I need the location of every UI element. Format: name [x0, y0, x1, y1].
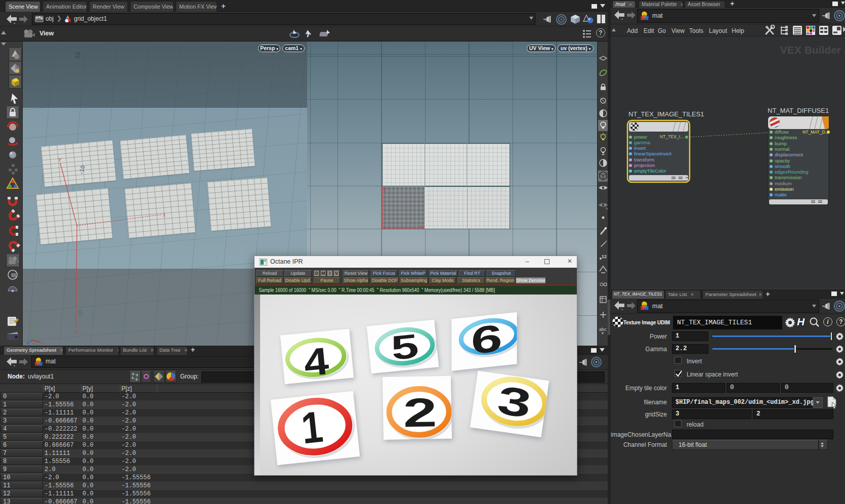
svg-text:abc: abc	[599, 327, 607, 332]
svg-text:Y: Y	[30, 326, 33, 331]
svg-text:Y: Y	[58, 157, 62, 163]
svg-text:x: x	[41, 340, 44, 345]
svg-text:10: 10	[73, 51, 82, 60]
svg-text:z: z	[74, 328, 77, 334]
svg-text:3: 3	[495, 377, 534, 426]
svg-text:2: 2	[403, 390, 437, 436]
svg-text:4: 4	[302, 339, 331, 384]
svg-text:12: 12	[602, 254, 607, 259]
svg-text:-10: -10	[77, 164, 87, 175]
svg-text:5: 5	[78, 309, 83, 318]
svg-text:6: 6	[471, 316, 502, 362]
svg-text:x: x	[163, 212, 165, 218]
svg-text:5: 5	[389, 326, 420, 367]
